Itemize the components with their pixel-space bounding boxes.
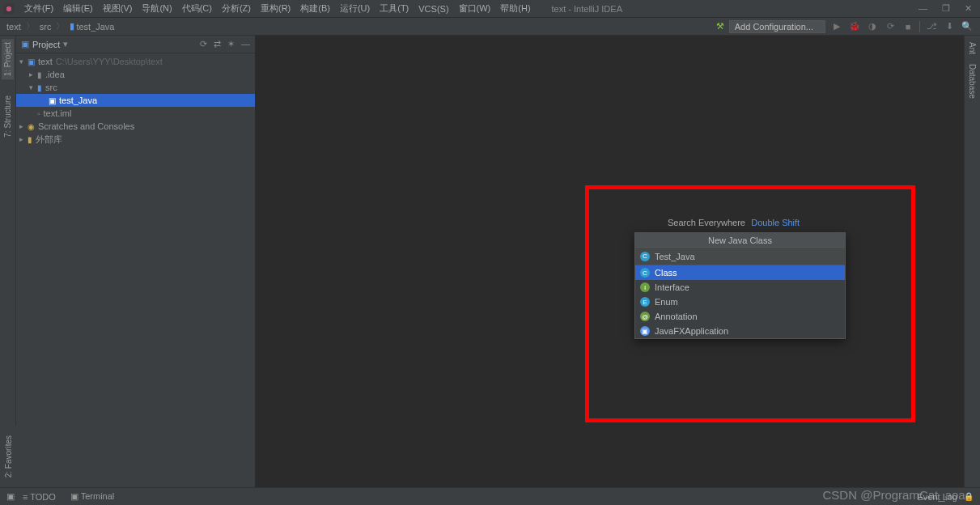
tool-tab-database[interactable]: Database xyxy=(968,64,977,99)
tree-iml-label: text.iml xyxy=(44,108,72,118)
popup-option-class[interactable]: C Class xyxy=(635,265,845,280)
tree-root[interactable]: ▾ ▣ text C:\Users\YYY\Desktop\text xyxy=(16,55,255,68)
debug-button[interactable]: 🐞 xyxy=(848,20,861,33)
coverage-button[interactable]: ◑ xyxy=(866,20,879,33)
popup-option-interface[interactable]: I Interface xyxy=(635,280,845,295)
tree-iml[interactable]: ▫ text.iml xyxy=(16,107,255,120)
class-icon: C xyxy=(640,268,650,278)
run-button[interactable]: ▶ xyxy=(830,20,843,33)
folder-icon: ▮ xyxy=(70,21,74,32)
title-bar: 文件(F) 编辑(E) 视图(V) 导航(N) 代码(C) 分析(Z) 重构(R… xyxy=(0,0,980,18)
project-view-label[interactable]: Project xyxy=(32,40,60,49)
search-everywhere-icon[interactable]: 🔍 xyxy=(961,20,974,33)
breadcrumb-sep: 〉 xyxy=(56,20,65,32)
libraries-icon: ▮ xyxy=(28,135,32,144)
tree-test-java[interactable]: ▣ test_Java xyxy=(16,94,255,107)
hide-icon[interactable]: — xyxy=(241,39,250,49)
tree-external-libs[interactable]: ▸ ▮ 外部库 xyxy=(16,133,255,146)
interface-icon: I xyxy=(640,282,650,292)
window-title: text - IntelliJ IDEA xyxy=(552,4,622,14)
menu-help[interactable]: 帮助(H) xyxy=(495,2,535,15)
project-view-icon: ▣ xyxy=(21,39,29,49)
menu-navigate[interactable]: 导航(N) xyxy=(137,2,176,15)
menu-build[interactable]: 构建(B) xyxy=(295,2,335,15)
status-todo[interactable]: ≡ TODO xyxy=(23,492,56,502)
tool-tab-structure[interactable]: 7: Structure xyxy=(3,95,12,138)
popup-title: New Java Class xyxy=(635,233,845,248)
run-config-dropdown[interactable]: Add Configuration... xyxy=(729,20,825,33)
tree-idea-label: .idea xyxy=(45,70,65,79)
expand-arrow-icon[interactable]: ▸ xyxy=(19,135,28,143)
popup-name-input[interactable]: C Test_Java xyxy=(635,248,845,265)
git-branch-icon[interactable]: ⎇ xyxy=(925,20,938,33)
menu-window[interactable]: 窗口(W) xyxy=(454,2,496,15)
expand-icon[interactable]: ⇄ xyxy=(214,39,221,49)
breadcrumb-root[interactable]: text xyxy=(6,22,21,32)
popup-option-label: Class xyxy=(655,268,677,278)
menu-view[interactable]: 视图(V) xyxy=(98,2,138,15)
menu-vcs[interactable]: VCS(S) xyxy=(414,4,453,14)
package-icon: ▣ xyxy=(49,96,56,105)
popup-option-label: Interface xyxy=(655,282,689,292)
chevron-down-icon[interactable]: ▾ xyxy=(63,39,68,49)
window-maximize-button[interactable]: ❐ xyxy=(942,3,950,14)
locate-icon[interactable]: ⟳ xyxy=(200,39,207,49)
left-tool-strip-bottom: 2: Favorites xyxy=(0,426,16,487)
popup-option-javafx[interactable]: ▣ JavaFXApplication xyxy=(635,324,845,338)
menu-tools[interactable]: 工具(T) xyxy=(375,2,414,15)
tool-tab-project[interactable]: 1: Project xyxy=(2,39,14,79)
profile-button[interactable]: ⟳ xyxy=(884,20,897,33)
tree-root-label: text xyxy=(38,57,53,66)
hint-label: Search Everywhere xyxy=(668,218,745,227)
popup-option-label: Annotation xyxy=(655,312,698,321)
tree-root-path: C:\Users\YYY\Desktop\text xyxy=(56,57,163,66)
menu-code[interactable]: 代码(C) xyxy=(177,2,217,15)
module-icon: ▣ xyxy=(28,57,35,66)
new-java-class-popup[interactable]: New Java Class C Test_Java C Class I Int… xyxy=(634,232,846,339)
expand-arrow-icon[interactable]: ▾ xyxy=(19,57,28,66)
popup-option-annotation[interactable]: @ Annotation xyxy=(635,309,845,324)
window-minimize-button[interactable]: — xyxy=(918,3,927,14)
tree-src[interactable]: ▾ ▮ src xyxy=(16,81,255,94)
editor-area: Search Everywhere Double Shift New Java … xyxy=(255,36,964,487)
tool-tab-favorites[interactable]: 2: Favorites xyxy=(4,435,13,477)
menu-run[interactable]: 运行(U) xyxy=(335,2,375,15)
popup-option-enum[interactable]: E Enum xyxy=(635,295,845,309)
update-project-icon[interactable]: ⬇ xyxy=(943,20,956,33)
event-log-button[interactable]: Event Log xyxy=(917,492,957,502)
menu-file[interactable]: 文件(F) xyxy=(19,2,58,15)
annotation-icon: @ xyxy=(640,312,650,321)
settings-gear-icon[interactable]: ✶ xyxy=(227,39,235,49)
expand-arrow-icon[interactable]: ▾ xyxy=(29,83,37,91)
tree-src-label: src xyxy=(45,83,57,92)
toolbar-separator xyxy=(919,21,920,32)
status-bar: ▣ ≡ TODO ▣ Terminal Event Log 🔒 xyxy=(0,487,980,505)
tool-tab-ant[interactable]: Ant xyxy=(968,42,977,54)
hint-shortcut: Double Shift xyxy=(751,218,800,227)
menu-refactor[interactable]: 重构(R) xyxy=(256,2,295,15)
toolwindow-button-icon[interactable]: ▣ xyxy=(6,491,15,502)
breadcrumb-src[interactable]: src xyxy=(40,22,52,32)
project-tree[interactable]: ▾ ▣ text C:\Users\YYY\Desktop\text ▸ ▮ .… xyxy=(16,53,255,487)
lock-icon[interactable]: 🔒 xyxy=(964,492,974,501)
folder-icon: ▮ xyxy=(37,70,42,79)
expand-arrow-icon[interactable]: ▸ xyxy=(29,70,37,79)
menu-analyze[interactable]: 分析(Z) xyxy=(217,2,256,15)
tree-scratches[interactable]: ▸ ◉ Scratches and Consoles xyxy=(16,120,255,133)
window-close-button[interactable]: ✕ xyxy=(965,3,972,14)
stop-button[interactable]: ■ xyxy=(902,20,914,33)
menu-edit[interactable]: 编辑(E) xyxy=(58,2,98,15)
tree-scratches-label: Scratches and Consoles xyxy=(38,121,134,131)
tree-external-libs-label: 外部库 xyxy=(36,134,62,146)
project-sidebar-header: ▣ Project ▾ ⟳ ⇄ ✶ — xyxy=(16,36,255,53)
tree-idea[interactable]: ▸ ▮ .idea xyxy=(16,68,255,81)
right-tool-strip: Ant Database xyxy=(964,36,980,487)
expand-arrow-icon[interactable]: ▸ xyxy=(19,122,28,130)
build-icon[interactable]: ⚒ xyxy=(716,21,724,32)
class-icon: C xyxy=(640,252,650,261)
status-terminal[interactable]: ▣ Terminal xyxy=(70,491,114,502)
popup-input-value: Test_Java xyxy=(655,252,695,261)
enum-icon: E xyxy=(640,297,650,307)
breadcrumb-test-java[interactable]: test_Java xyxy=(76,22,114,32)
scratches-icon: ◉ xyxy=(28,122,35,131)
